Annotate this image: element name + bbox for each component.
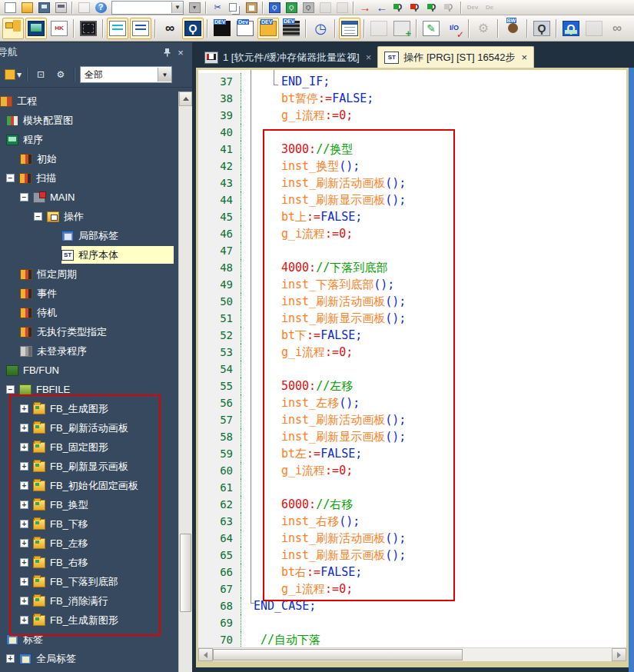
tree-item-局部标签[interactable]: 局部标签 bbox=[0, 226, 192, 245]
sheet-gray-icon[interactable] bbox=[368, 18, 390, 39]
pin-icon[interactable] bbox=[160, 45, 174, 59]
expand-icon[interactable]: + bbox=[20, 520, 28, 528]
code-line-47[interactable]: 47 bbox=[198, 242, 626, 259]
tree-item-FB_刷新显示画板[interactable]: +FB_刷新显示画板 bbox=[0, 457, 192, 476]
device-find-tool-icon[interactable]: Ϙ bbox=[531, 18, 553, 39]
expand-icon[interactable]: + bbox=[20, 597, 28, 605]
tab-close-icon[interactable]: × bbox=[366, 52, 372, 63]
tree-display-mode-icon[interactable]: ▾ bbox=[4, 66, 22, 83]
chevron-down-icon[interactable]: ▼ bbox=[158, 68, 171, 82]
code-line-67[interactable]: 67g_i流程:=0; bbox=[198, 581, 626, 597]
tree-item-FB_换型[interactable]: +FB_换型 bbox=[0, 495, 192, 514]
tree-item-FB_左移[interactable]: +FB_左移 bbox=[0, 534, 192, 553]
paste-icon[interactable] bbox=[244, 1, 259, 15]
binoculars-gray-icon[interactable]: ∞ bbox=[606, 18, 628, 39]
code-line-54[interactable]: 54 bbox=[198, 361, 626, 378]
code-line-55[interactable]: 555000://左移 bbox=[198, 378, 626, 394]
gear-icon[interactable]: ⚙ bbox=[51, 66, 70, 83]
expand-icon[interactable]: + bbox=[20, 558, 28, 567]
horizontal-scrollbar[interactable] bbox=[198, 647, 626, 661]
tree-item-FB_消除满行[interactable]: +FB_消除满行 bbox=[0, 591, 192, 610]
tree-filter-select[interactable]: 全部 ▼ bbox=[80, 66, 172, 83]
pc-parameter-icon[interactable] bbox=[25, 18, 47, 39]
code-line-70[interactable]: 70//自动下落 bbox=[198, 631, 626, 647]
print-icon[interactable] bbox=[53, 1, 68, 15]
print-preview-icon[interactable] bbox=[76, 1, 91, 15]
list-view-lines-icon[interactable] bbox=[107, 18, 128, 39]
expand-icon[interactable]: + bbox=[20, 481, 28, 490]
document-tab-2[interactable]: ST操作 [PRG] [ST] 16542步× bbox=[377, 46, 534, 68]
io-check-icon[interactable]: I/O bbox=[443, 18, 465, 39]
expand-icon[interactable]: + bbox=[20, 424, 28, 432]
expand-icon[interactable]: + bbox=[6, 654, 15, 663]
tree-item-FB_右移[interactable]: +FB_右移 bbox=[0, 553, 192, 572]
tree-item-FB_初始化固定画板[interactable]: +FB_初始化固定画板 bbox=[0, 476, 192, 495]
tree-item-操作[interactable]: −操作 bbox=[0, 207, 192, 226]
tree-item-工程[interactable]: 工程 bbox=[0, 91, 192, 111]
tree-item-程序本体[interactable]: ST程序本体 bbox=[0, 245, 192, 264]
bulk-write-icon[interactable] bbox=[502, 18, 523, 39]
find-gray-icon[interactable]: Ϙ bbox=[442, 1, 457, 15]
module-chip-icon[interactable] bbox=[78, 18, 99, 39]
combo-options-icon[interactable]: ▾ bbox=[187, 1, 202, 15]
tree-item-待机[interactable]: 待机 bbox=[0, 303, 192, 322]
tree-item-FBFILE[interactable]: −FBFILE bbox=[0, 380, 192, 399]
settings-gear-icon[interactable]: ⚙ bbox=[473, 18, 494, 39]
window-duplicate-2-icon[interactable] bbox=[334, 1, 350, 15]
scrollbar-thumb[interactable] bbox=[213, 649, 463, 660]
tree-item-FB/FUN[interactable]: FB/FUN bbox=[0, 361, 192, 380]
tree-item-标签[interactable]: 标签 bbox=[0, 630, 192, 649]
collapse-icon[interactable]: − bbox=[6, 174, 15, 182]
find-next-green-icon[interactable]: Ϙ bbox=[391, 1, 407, 15]
code-line-50[interactable]: 50inst_刷新活动画板(); bbox=[198, 293, 626, 310]
cut-icon[interactable]: ✂ bbox=[210, 1, 225, 15]
code-line-56[interactable]: 56inst_左移(); bbox=[198, 394, 626, 411]
code-line-66[interactable]: 66bt右:=FALSE; bbox=[198, 564, 626, 581]
sheet-add-icon[interactable] bbox=[391, 18, 413, 39]
expand-icon[interactable]: + bbox=[20, 501, 28, 509]
code-line-40[interactable]: 40 bbox=[198, 124, 626, 141]
code-line-69[interactable]: 69 bbox=[198, 614, 626, 631]
code-line-65[interactable]: 65inst_刷新显示画板(); bbox=[198, 547, 626, 564]
code-line-46[interactable]: 46g_i流程:=0; bbox=[198, 225, 626, 242]
window-duplicate-icon[interactable] bbox=[317, 1, 333, 15]
code-line-39[interactable]: 39g_i流程:=0; bbox=[198, 107, 626, 124]
collapse-icon[interactable]: − bbox=[34, 212, 42, 221]
expand-icon[interactable]: + bbox=[20, 577, 28, 586]
tree-item-MAIN[interactable]: −MAIN bbox=[0, 188, 192, 207]
monitor-find-icon[interactable]: Ϙ bbox=[182, 18, 204, 39]
tree-scrollbar[interactable] bbox=[178, 91, 192, 672]
code-line-48[interactable]: 484000://下落到底部 bbox=[198, 259, 626, 276]
tree-item-扫描[interactable]: −扫描 bbox=[0, 168, 192, 188]
code-line-53[interactable]: 53g_i流程:=0; bbox=[198, 344, 626, 361]
device-write-icon[interactable] bbox=[211, 18, 233, 39]
document-tab-1[interactable]: 1 [软元件/缓冲存储器批量监视]× bbox=[198, 47, 377, 68]
scroll-up-icon[interactable] bbox=[179, 91, 192, 106]
code-line-58[interactable]: 58inst_刷新显示画板(); bbox=[198, 428, 626, 445]
device-monitor-find-icon[interactable]: Ϙ bbox=[267, 1, 282, 15]
tree-item-全局标签[interactable]: +全局标签 bbox=[0, 649, 192, 668]
expand-icon[interactable]: + bbox=[20, 616, 28, 624]
tree-item-FB_生成新图形[interactable]: +FB_生成新图形 bbox=[0, 610, 192, 630]
code-line-61[interactable]: 61 bbox=[198, 479, 626, 496]
new-document-icon[interactable] bbox=[2, 1, 18, 15]
code-line-60[interactable]: 60g_i流程:=0; bbox=[198, 462, 626, 479]
screen-monitor-find-icon[interactable]: Ϙ bbox=[284, 1, 299, 15]
code-line-42[interactable]: 42inst_换型(); bbox=[198, 158, 626, 175]
tree-item-无执行类型指定[interactable]: 无执行类型指定 bbox=[0, 322, 192, 341]
expand-icon[interactable]: + bbox=[20, 443, 28, 451]
frame-gray-icon[interactable] bbox=[583, 18, 605, 39]
open-project-icon[interactable] bbox=[19, 1, 35, 15]
code-line-38[interactable]: 38bt暂停:=FALSE; bbox=[198, 90, 626, 107]
device-small-2-icon[interactable]: De bbox=[482, 1, 497, 15]
device-small-1-icon[interactable]: Dev bbox=[465, 1, 480, 15]
tree-item-程序[interactable]: 程序 bbox=[0, 130, 192, 149]
code-line-41[interactable]: 413000://换型 bbox=[198, 141, 626, 158]
project-tree-icon[interactable] bbox=[2, 18, 24, 39]
code-line-62[interactable]: 626000://右移 bbox=[198, 496, 626, 513]
code-line-45[interactable]: 45bt上:=FALSE; bbox=[198, 208, 626, 225]
tree-item-FB_下落到底部[interactable]: +FB_下落到底部 bbox=[0, 572, 192, 591]
quick-find-combo[interactable]: ▼ bbox=[111, 1, 184, 15]
stopwatch-monitor-icon[interactable]: ◷ bbox=[310, 18, 331, 39]
label-edit-icon[interactable]: ✎ bbox=[420, 18, 442, 39]
